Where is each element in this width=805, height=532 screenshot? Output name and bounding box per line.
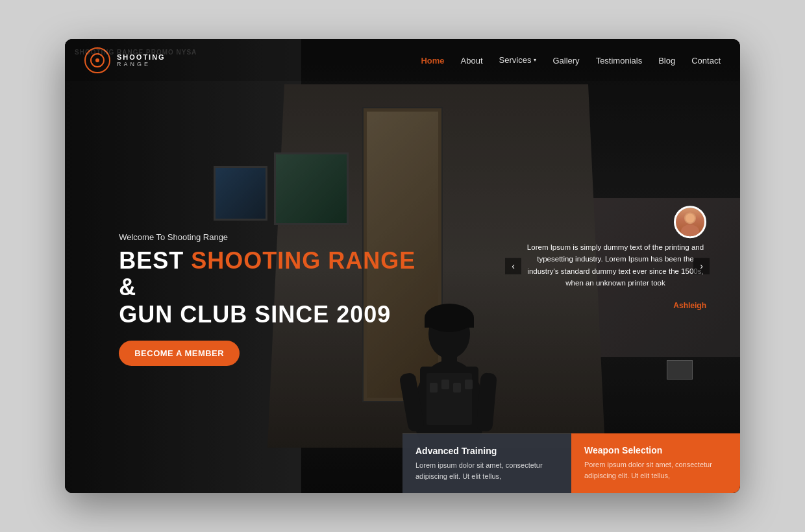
- hero-title: BEST SHOOTING RANGE & GUN CLUB SINCE 200…: [119, 247, 417, 328]
- logo-text-sub: RANGE: [117, 61, 166, 67]
- services-label: Services: [499, 55, 532, 65]
- browser-window: SHOOTING RANGE PROMO NYSA SHOOTING RANGE…: [65, 39, 740, 493]
- hero-section: SHOOTING RANGE PROMO NYSA SHOOTING RANGE…: [65, 39, 740, 493]
- card-weapon-selection: Weapon Selection Porem ipsum dolor sit a…: [571, 433, 740, 493]
- testimonial-author: Ashleigh: [525, 301, 706, 310]
- control-box: [667, 360, 693, 380]
- hero-content: Welcome To Shooting Range BEST SHOOTING …: [119, 232, 417, 366]
- nav-link-services[interactable]: Services ▾: [499, 55, 537, 65]
- become-member-button[interactable]: Become A Member: [119, 341, 240, 366]
- hero-subtitle: Welcome To Shooting Range: [119, 232, 417, 242]
- bottom-cards: Advanced Training Lorem ipsum dolor sit …: [402, 433, 740, 493]
- testimonial-next-button[interactable]: ›: [693, 258, 710, 274]
- nav-link-gallery[interactable]: Gallery: [552, 56, 579, 66]
- hero-title-amp: &: [119, 274, 136, 300]
- hero-title-line2: GUN CLUB SINCE 2009: [119, 301, 391, 328]
- card-weapon-text: Porem ipsum dolor sit amet, consectetur …: [584, 459, 727, 481]
- card-weapon-title: Weapon Selection: [584, 445, 727, 455]
- nav-item-blog[interactable]: Blog: [658, 54, 675, 66]
- nav-link-contact[interactable]: Contact: [691, 56, 721, 66]
- watermark-text: SHOOTING RANGE PROMO NYSA: [75, 49, 197, 56]
- svg-point-16: [681, 224, 699, 236]
- nav-link-about[interactable]: About: [461, 56, 483, 66]
- testimonial-avatar: [674, 206, 706, 238]
- avatar-face: [676, 208, 704, 236]
- testimonial-prev-button[interactable]: ‹: [505, 258, 521, 274]
- services-chevron-icon: ▾: [534, 57, 536, 63]
- card-advanced-training: Advanced Training Lorem ipsum dolor sit …: [402, 433, 571, 493]
- nav-link-home[interactable]: Home: [421, 56, 444, 66]
- card-training-title: Advanced Training: [415, 446, 558, 456]
- card-training-text: Lorem ipsum dolor sit amet, consectetur …: [415, 460, 558, 481]
- nav-link-testimonials[interactable]: Testimonials: [596, 56, 643, 66]
- nav-item-about[interactable]: About: [461, 54, 483, 66]
- navbar: SHOOTING RANGE Home About Services ▾: [65, 39, 740, 81]
- nav-menu: Home About Services ▾ Gallery: [421, 54, 721, 66]
- svg-point-17: [686, 213, 695, 223]
- hero-title-white1: BEST: [119, 247, 191, 274]
- hero-title-orange: SHOOTING RANGE: [191, 247, 415, 274]
- nav-item-testimonials[interactable]: Testimonials: [596, 54, 643, 66]
- nav-item-home[interactable]: Home: [421, 54, 444, 66]
- nav-item-gallery[interactable]: Gallery: [552, 54, 579, 66]
- nav-link-blog[interactable]: Blog: [658, 56, 675, 66]
- nav-item-services[interactable]: Services ▾: [499, 55, 537, 65]
- testimonial-card: ‹ › Lorem Ipsum is simply dummy text of …: [525, 222, 706, 310]
- nav-item-contact[interactable]: Contact: [691, 54, 721, 66]
